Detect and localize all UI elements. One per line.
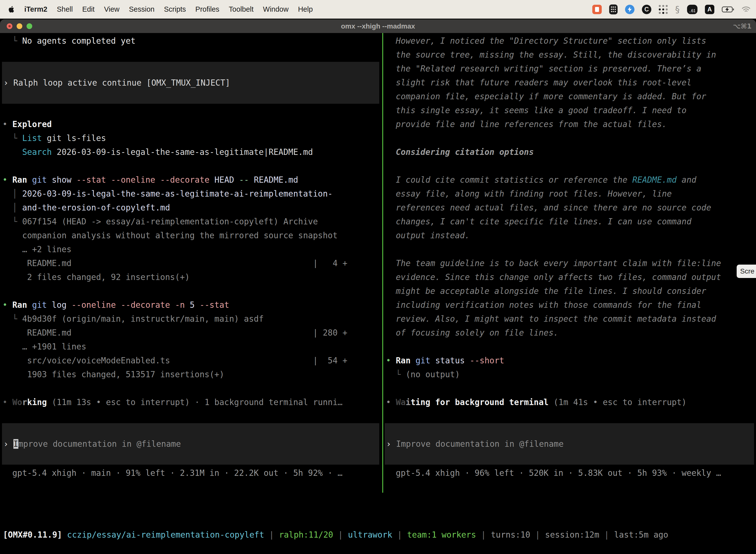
terminal-line: └ No agents completed yet: [0, 34, 381, 48]
terminal-line: the source tree, missing the essay. Stil…: [384, 48, 756, 62]
terminal-line: • Ran git show --stat --oneline --decora…: [0, 173, 381, 187]
terminal-line: [384, 131, 756, 145]
menu-item[interactable]: Edit: [82, 5, 94, 13]
terminal-line: review. Also, I might want to inspect th…: [384, 312, 756, 326]
terminal-line: │ and-the-erosion-of-copyleft.md: [0, 201, 381, 215]
terminal-line: [384, 159, 756, 173]
terminal-line: › Ralph loop active continue [OMX_TMUX_I…: [2, 76, 230, 90]
terminal-line: src/voice/voiceModeEnabled.ts | 54 +: [0, 354, 381, 368]
terminal-line: provide file and line references from th…: [384, 117, 756, 131]
terminal-line: Considering citation options: [384, 145, 756, 159]
menu-items: iTerm2ShellEditViewSessionScriptsProfile…: [17, 5, 313, 13]
terminal-line: the "Related research writing" section i…: [384, 62, 756, 76]
terminal-line: evidence. Since this change only affects…: [384, 270, 756, 284]
terminal-line: └ 4b9d30f (origin/main, instructkr/main,…: [0, 312, 381, 326]
menu-item[interactable]: Session: [129, 5, 154, 13]
left-status-line: gpt-5.4 xhigh · main · 91% left · 2.31M …: [0, 466, 381, 480]
terminal-line: … +1901 lines: [0, 340, 381, 354]
terminal-line: • Explored: [0, 117, 381, 131]
window-shortcut-badge: ⌥⌘1: [733, 19, 752, 33]
right-pane-log-lines: However, I noticed the "Directory Struct…: [384, 34, 756, 409]
pane-divider[interactable]: [382, 33, 383, 493]
menu-item[interactable]: Help: [298, 5, 313, 13]
omx-status-bar: [OMX#0.11.9] cczip/essay/ai-reimplementa…: [0, 528, 756, 542]
wifi-icon[interactable]: [742, 6, 751, 13]
menu-item[interactable]: Toolbelt: [229, 5, 253, 13]
terminal-line: 2 files changed, 92 insertions(+): [0, 270, 381, 284]
terminal-line: companion analysis without altering the …: [0, 229, 381, 242]
menu-bar: iTerm2ShellEditViewSessionScriptsProfile…: [0, 0, 756, 19]
terminal-line: [0, 284, 381, 298]
screen: iTerm2ShellEditViewSessionScriptsProfile…: [0, 0, 756, 554]
terminal-line: › Improve documentation in @filename: [2, 437, 181, 451]
terminal-line: [OMX#0.11.9] cczip/essay/ai-reimplementa…: [0, 528, 756, 542]
ralph-loop-input-box[interactable]: › Ralph loop active continue [OMX_TMUX_I…: [2, 62, 379, 104]
terminal-line: slight risk that future readers may over…: [384, 76, 756, 90]
terminal-line: └ List git ls-files: [0, 131, 381, 145]
terminal-content: └ No agents completed yet › Ralph loop a…: [0, 33, 756, 554]
terminal-line: Search 2026-03-09-is-legal-the-same-as-l…: [0, 145, 381, 159]
keyboard-grid-icon[interactable]: [609, 4, 618, 14]
terminal-line: 1903 files changed, 513517 insertions(+): [0, 368, 381, 382]
window-title: omx --xhigh --madmax: [0, 19, 756, 33]
terminal-line: README.md | 4 +: [0, 257, 381, 270]
screen-share-tab[interactable]: Scre: [737, 265, 756, 278]
battery-icon[interactable]: [722, 6, 734, 13]
terminal-line: changes, I can't cite specific file line…: [384, 215, 756, 229]
apple-menu-icon[interactable]: [8, 5, 15, 13]
menu-item[interactable]: View: [104, 5, 119, 13]
dots-grid-icon[interactable]: [659, 5, 668, 14]
terminal-line: • Ran git status --short: [384, 354, 756, 368]
left-prompt-input[interactable]: › Improve documentation in @filename: [2, 423, 379, 465]
terminal-line: The team guideline is to back every impo…: [384, 257, 756, 270]
terminal-line: gpt-5.4 xhigh · 96% left · 520K in · 5.8…: [384, 466, 756, 480]
terminal-line: • Ran git log --oneline --decorate -n 5 …: [0, 298, 381, 312]
terminal-line: │ 2026-03-09-is-legal-the-same-as-legiti…: [0, 187, 381, 201]
iterm-window: omx --xhigh --madmax ⌥⌘1 └ No agents com…: [0, 19, 756, 554]
crescent-c-icon[interactable]: C: [642, 5, 651, 14]
a-badge-icon[interactable]: A: [705, 5, 714, 14]
terminal-line: However, I noticed the "Directory Struct…: [384, 34, 756, 48]
menu-item[interactable]: Shell: [57, 5, 73, 13]
hook-icon[interactable]: §: [675, 4, 680, 14]
terminal-line: essay file, along with finding root file…: [384, 187, 756, 201]
terminal-line: gpt-5.4 xhigh · main · 91% left · 2.31M …: [0, 466, 381, 480]
terminal-line: • Waiting for background terminal (1m 41…: [384, 395, 756, 409]
terminal-line: └ (no output): [384, 368, 756, 382]
terminal-line: [0, 382, 381, 395]
terminal-line: › Improve documentation in @filename: [385, 437, 564, 451]
blue-bolt-icon[interactable]: [625, 5, 634, 14]
terminal-line: • Working (11m 13s • esc to interrupt) ·…: [0, 395, 381, 409]
right-status-line: gpt-5.4 xhigh · 96% left · 520K in · 5.8…: [384, 466, 756, 480]
terminal-line: … +2 lines: [0, 242, 381, 257]
terminal-line: [384, 242, 756, 257]
terminal-line: companion file, especially if more comme…: [384, 90, 756, 104]
left-pane: └ No agents completed yet › Ralph loop a…: [0, 33, 381, 495]
terminal-line: references need actual files, and since …: [384, 201, 756, 215]
right-prompt-input[interactable]: › Improve documentation in @filename: [385, 423, 754, 465]
right-pane: However, I noticed the "Directory Struct…: [384, 33, 756, 495]
terminal-line: I could cite commit statistics or refere…: [384, 173, 756, 187]
terminal-line: [0, 159, 381, 173]
badge-61-icon[interactable]: ..61: [687, 5, 697, 14]
terminal-line: README.md | 280 +: [0, 326, 381, 340]
left-pane-log-lines: • Explored └ List git ls-files Search 20…: [0, 117, 381, 409]
terminal-line: [384, 382, 756, 395]
menu-bar-status-icons: C § ..61 A: [592, 0, 751, 19]
menu-item[interactable]: Scripts: [164, 5, 186, 13]
menu-item[interactable]: Window: [263, 5, 289, 13]
terminal-line: of focusing solely on file lines.: [384, 326, 756, 340]
terminal-line: including verification notes with those …: [384, 298, 756, 312]
terminal-line: [384, 340, 756, 354]
menu-item[interactable]: iTerm2: [24, 5, 47, 13]
terminal-line: this single essay, it seems like a good …: [384, 104, 756, 117]
terminal-line: might be acceptable alongside the file l…: [384, 284, 756, 298]
menu-item[interactable]: Profiles: [195, 5, 219, 13]
terminal-line: output instead.: [384, 229, 756, 242]
terminal-line: └ 067f154 (HEAD -> essay/ai-reimplementa…: [0, 215, 381, 229]
title-bar[interactable]: omx --xhigh --madmax ⌥⌘1: [0, 19, 756, 33]
chat-app-icon[interactable]: [592, 5, 602, 14]
left-pane-intro-lines: └ No agents completed yet: [0, 34, 381, 48]
